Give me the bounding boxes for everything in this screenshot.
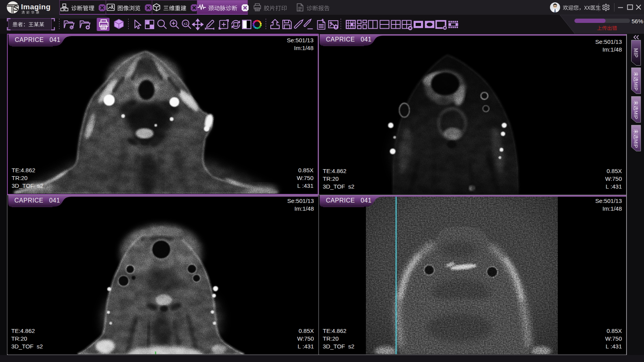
svg-text:x2: x2 (184, 21, 188, 26)
